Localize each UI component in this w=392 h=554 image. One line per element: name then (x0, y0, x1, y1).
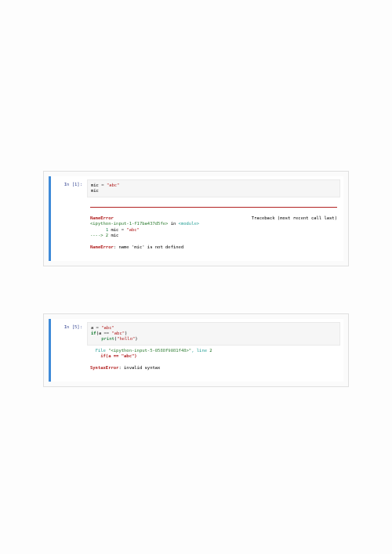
error-name: NameError (90, 244, 114, 249)
code-token: print (101, 336, 114, 341)
arrow-icon: ----> 2 (90, 233, 111, 237)
code-token: mic (111, 233, 119, 237)
input-prompt: In [5]: (54, 322, 87, 329)
cell-body: In [5]: a = "abc" if(a == "abc") print("… (49, 319, 343, 382)
code-token: "abc" (101, 325, 114, 330)
code-token: mic (91, 183, 99, 187)
offending-line: if(a == "abc") (90, 353, 137, 358)
lineno: 1 (90, 227, 111, 232)
cell-input-row: In [5]: a = "abc" if(a == "abc") print("… (54, 322, 340, 346)
code-token: "abc" (126, 227, 140, 232)
traceback-label: Traceback (most recent call last) (252, 215, 337, 221)
output-prompt (54, 346, 87, 348)
cell-output-row: NameErrorTraceback (most recent call las… (54, 197, 340, 256)
error-location: <ipython-input-1-f17ba437d5fe> (90, 221, 168, 226)
code-output: File "<ipython-input-5-0588f9081f48>", l… (87, 346, 340, 377)
output-prompt (54, 197, 87, 200)
error-location: "<ipython-input-5-0588f9081f48>" (108, 348, 191, 353)
code-token: mic (91, 188, 99, 193)
error-divider (90, 207, 337, 208)
page: In [1]: mic = "abc" mic NameErrorTraceba… (0, 171, 392, 554)
code-token (91, 336, 101, 341)
input-prompt: In [1]: (54, 179, 87, 186)
code-token: ) (135, 336, 137, 341)
error-name: NameError (90, 215, 114, 221)
notebook-cell: In [5]: a = "abc" if(a == "abc") print("… (43, 313, 349, 387)
file-lineno: 2 (209, 348, 212, 353)
code-token: "abc" (112, 331, 125, 335)
cell-output-row: File "<ipython-input-5-0588f9081f48>", l… (54, 346, 340, 377)
code-token: ) (125, 331, 127, 335)
error-in: in (168, 221, 178, 226)
caret-icon (90, 360, 137, 364)
code-token: = (118, 227, 126, 232)
error-message: : invalid syntax (118, 365, 160, 370)
error-header: NameErrorTraceback (most recent call las… (90, 215, 337, 221)
code-token: = (93, 325, 101, 330)
cell-input-row: In [1]: mic = "abc" mic (54, 179, 340, 197)
code-token: = (99, 183, 107, 187)
notebook-cell: In [1]: mic = "abc" mic NameErrorTraceba… (43, 171, 349, 266)
code-output: NameErrorTraceback (most recent call las… (87, 197, 340, 256)
error-name: SyntaxError (90, 365, 118, 370)
code-input[interactable]: a = "abc" if(a == "abc") print("hello") (87, 322, 340, 346)
code-token: mic (111, 227, 119, 232)
code-token: "hello" (117, 336, 135, 341)
code-input[interactable]: mic = "abc" mic (87, 179, 340, 197)
code-token: (a (96, 331, 104, 335)
error-module: <module> (179, 221, 200, 226)
error-message: : name 'mic' is not defined (114, 244, 183, 249)
file-label: File (90, 348, 108, 353)
code-token: "abc" (107, 183, 120, 187)
cell-body: In [1]: mic = "abc" mic NameErrorTraceba… (49, 176, 343, 261)
file-line: , line (191, 348, 209, 353)
code-token: if (91, 331, 96, 335)
